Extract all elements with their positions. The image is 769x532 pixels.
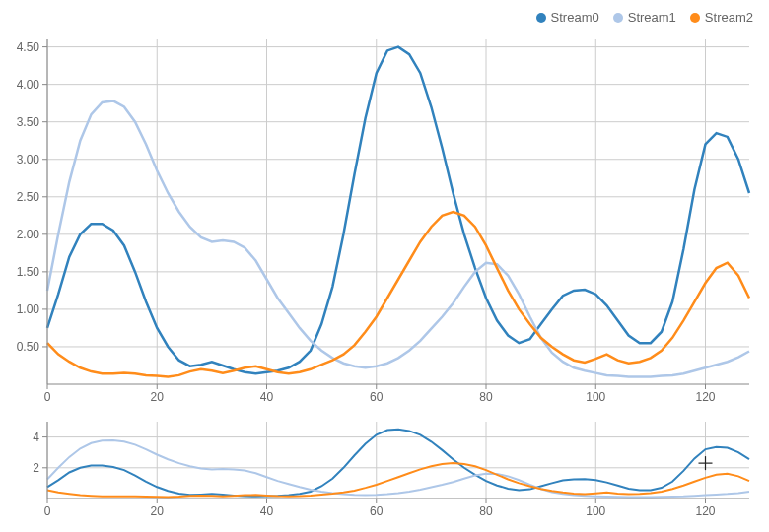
- svg-text:2.00: 2.00: [17, 228, 40, 241]
- series-stream0: [47, 47, 749, 374]
- svg-text:3.00: 3.00: [17, 153, 40, 166]
- main-chart[interactable]: 0204060801001200.501.001.502.002.503.003…: [0, 32, 769, 416]
- svg-text:20: 20: [151, 504, 165, 518]
- svg-text:2: 2: [33, 461, 39, 475]
- svg-text:3.50: 3.50: [17, 115, 40, 129]
- svg-text:0: 0: [44, 504, 51, 518]
- svg-text:60: 60: [370, 390, 384, 404]
- svg-text:80: 80: [479, 504, 493, 518]
- svg-text:0: 0: [44, 390, 51, 404]
- svg-text:20: 20: [151, 390, 165, 404]
- overview-chart[interactable]: 02040608010012024: [0, 418, 769, 526]
- series-stream1: [47, 100, 749, 376]
- legend-label: Stream0: [551, 10, 599, 25]
- svg-text:0.50: 0.50: [17, 340, 40, 354]
- legend-dot-icon: [690, 13, 700, 23]
- legend-dot-icon: [613, 13, 623, 23]
- svg-text:1.00: 1.00: [17, 302, 40, 316]
- svg-text:4: 4: [33, 431, 39, 444]
- svg-text:100: 100: [586, 390, 605, 404]
- legend-item-stream2[interactable]: Stream2: [690, 10, 753, 25]
- legend-label: Stream2: [705, 10, 753, 25]
- legend-dot-icon: [536, 13, 546, 23]
- svg-text:60: 60: [370, 504, 384, 518]
- svg-text:120: 120: [695, 504, 715, 518]
- svg-text:2.50: 2.50: [17, 190, 40, 204]
- chart-legend: Stream0 Stream1 Stream2: [536, 10, 753, 25]
- legend-label: Stream1: [628, 10, 676, 25]
- series-stream2: [47, 212, 749, 376]
- series-stream0: [47, 430, 749, 497]
- svg-text:4.00: 4.00: [17, 78, 40, 92]
- series-stream1: [47, 440, 749, 497]
- svg-text:120: 120: [695, 390, 715, 404]
- svg-text:100: 100: [586, 504, 605, 518]
- svg-text:4.50: 4.50: [17, 40, 40, 54]
- svg-text:80: 80: [479, 390, 493, 404]
- svg-text:1.50: 1.50: [17, 265, 40, 279]
- legend-item-stream0[interactable]: Stream0: [536, 10, 599, 25]
- svg-text:40: 40: [260, 504, 274, 518]
- svg-text:40: 40: [260, 390, 274, 404]
- legend-item-stream1[interactable]: Stream1: [613, 10, 676, 25]
